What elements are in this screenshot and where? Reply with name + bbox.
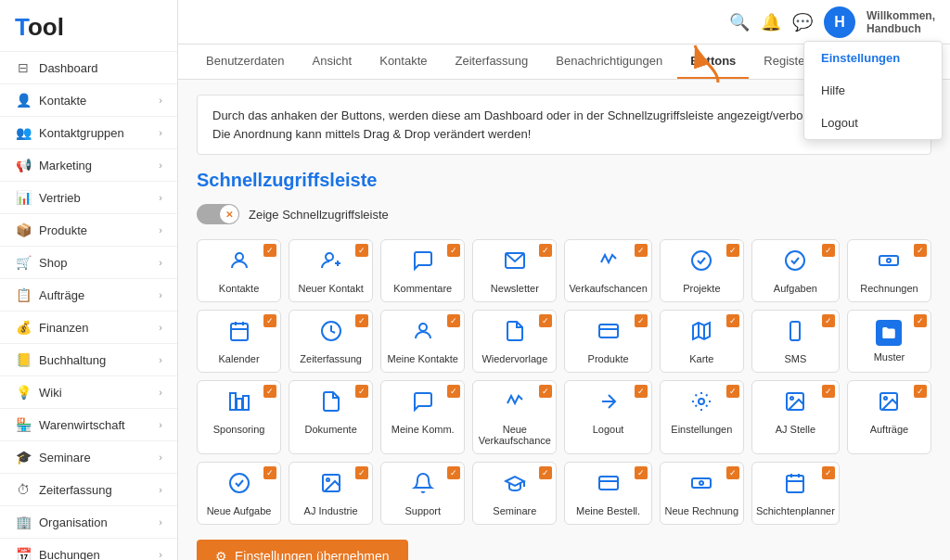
button-item-verkaufschancen[interactable]: ✓ Verkaufschancen [564,239,651,302]
button-item-rechnungen[interactable]: ✓ Rechnungen [847,239,931,302]
check-badge-auftraege: ✓ [914,385,927,398]
dropdown-menu: Einstellungen Hilfe Logout [803,41,943,140]
check-badge-sponsoring: ✓ [263,385,276,398]
sidebar-item-marketing[interactable]: 📢 Marketing › [0,149,177,182]
sidebar-icon-zeiterfassung: ⏱ [15,482,32,497]
button-item-karte[interactable]: ✓ Karte [660,310,744,373]
button-label-sms: SMS [784,353,806,364]
button-item-auftraege[interactable]: ✓ Aufträge [847,380,931,454]
chevron-icon-marketing: › [159,159,162,171]
check-badge-dokumente: ✓ [355,385,368,398]
button-item-neue-aufgabe[interactable]: ✓ Neue Aufgabe [197,462,281,525]
chevron-icon-shop: › [159,257,162,268]
button-label-aufgaben: Aufgaben [774,283,817,294]
button-item-newsletter[interactable]: ✓ Newsletter [472,239,557,302]
toggle-switch[interactable]: ✕ [197,204,239,224]
button-item-neuer-kontakt[interactable]: ✓ Neuer Kontakt [289,239,373,302]
sidebar-item-finanzen[interactable]: 💰 Finanzen › [0,312,177,344]
button-item-produkte[interactable]: ✓ Produkte [564,310,651,373]
sidebar-item-shop[interactable]: 🛒 Shop › [0,247,177,279]
button-item-support[interactable]: ✓ Support [380,462,465,525]
button-item-kontakte[interactable]: ✓ Kontakte [197,239,281,302]
button-item-einstellungen[interactable]: ✓ Einstellungen [660,380,744,454]
check-badge-kalender: ✓ [263,314,276,327]
button-item-seminare[interactable]: ✓ Seminare [472,462,557,525]
button-item-sponsoring[interactable]: ✓ Sponsoring [197,380,281,454]
sidebar-item-dashboard[interactable]: ⊟ Dashboard [0,52,177,84]
avatar[interactable]: H [824,6,855,38]
sidebar-item-produkte[interactable]: 📦 Produkte › [0,214,177,247]
button-item-aufgaben[interactable]: ✓ Aufgaben [751,239,840,302]
sidebar-item-vertrieb[interactable]: 📊 Vertrieb › [0,182,177,214]
sidebar-label-dashboard: Dashboard [39,61,98,75]
button-item-meine-komm[interactable]: ✓ Meine Komm. [380,380,465,454]
welcome-text: Willkommen, [867,9,935,22]
button-item-aj-stelle[interactable]: ✓ AJ Stelle [751,380,840,454]
sidebar-item-zeiterfassung[interactable]: ⏱ Zeiterfassung › [0,474,177,506]
check-badge-neuer-kontakt: ✓ [355,244,368,257]
bell-icon[interactable]: 🔔 [761,12,781,32]
sidebar-item-warenwirtschaft[interactable]: 🏪 Warenwirtschaft › [0,409,177,441]
chat-icon[interactable]: 💬 [792,12,813,32]
button-icon-sponsoring [228,390,250,418]
dropdown-hilfe[interactable]: Hilfe [804,74,942,107]
sidebar-label-produkte: Produkte [39,223,87,237]
button-icon-wiedervorlage [504,320,526,348]
buttons-grid: ✓ Kontakte ✓ Neuer Kontakt ✓ Kommentare … [197,239,931,525]
button-item-kommentare[interactable]: ✓ Kommentare [380,239,465,302]
button-label-kalender: Kalender [219,353,260,364]
button-label-neue-aufgabe: Neue Aufgabe [207,505,272,516]
tab-zeiterfassung[interactable]: Zeiterfassung [443,45,542,79]
search-icon[interactable]: 🔍 [729,12,750,32]
button-item-neue-rechnung[interactable]: ✓ Neue Rechnung [660,462,744,525]
tab-kontakte[interactable]: Kontakte [366,45,440,79]
button-item-meine-bestell[interactable]: ✓ Meine Bestell. [564,462,651,525]
button-item-neue-verkaufschance[interactable]: ✓ Neue Verkaufschance [472,380,557,454]
button-item-aj-industrie[interactable]: ✓ AJ Industrie [289,462,373,525]
sidebar-item-seminare[interactable]: 🎓 Seminare › [0,441,177,474]
sidebar-label-vertrieb: Vertrieb [39,191,81,205]
check-badge-seminare: ✓ [539,466,552,479]
button-icon-newsletter [504,249,526,277]
button-item-zeiterfassung[interactable]: ✓ Zeiterfassung [289,310,373,373]
button-label-karte: Karte [689,353,713,364]
button-item-dokumente[interactable]: ✓ Dokumente [289,380,373,454]
sidebar-item-kontaktgruppen[interactable]: 👥 Kontaktgruppen › [0,117,177,149]
sidebar-label-shop: Shop [39,256,67,270]
button-item-schichtenplanner[interactable]: ✓ Schichtenplanner [751,462,840,525]
header-user[interactable]: Willkommen, Handbuch [867,9,935,35]
tab-ansicht[interactable]: Ansicht [300,45,366,79]
sidebar-label-zeiterfassung: Zeiterfassung [39,483,112,497]
sidebar-item-buchhaltung[interactable]: 📒 Buchhaltung › [0,344,177,376]
button-item-wiedervorlage[interactable]: ✓ Wiedervorlage [472,310,557,373]
sidebar-item-organisation[interactable]: 🏢 Organisation › [0,506,177,539]
button-label-seminare: Seminare [493,505,536,516]
sidebar-item-kontakte[interactable]: 👤 Kontakte › [0,84,177,117]
button-item-muster[interactable]: ✓ Muster [847,310,931,373]
tab-benachrichtigungen[interactable]: Benachrichtigungen [543,45,675,79]
button-item-sms[interactable]: ✓ SMS [751,310,840,373]
sidebar-label-buchungen: Buchungen [39,548,100,561]
svg-rect-21 [243,396,249,410]
dropdown-logout[interactable]: Logout [804,107,942,139]
sidebar-item-wiki[interactable]: 💡 Wiki › [0,376,177,409]
tab-benutzerdaten[interactable]: Benutzerdaten [193,45,298,79]
button-icon-auftraege [878,390,900,418]
button-item-logout[interactable]: ✓ Logout [564,380,651,454]
toggle-knob: ✕ [220,205,238,223]
sidebar-item-buchungen[interactable]: 📅 Buchungen › [0,539,177,560]
button-icon-rechnungen [878,249,900,277]
check-badge-produkte: ✓ [635,314,648,327]
button-icon-neue-aufgabe [228,472,250,500]
dropdown-einstellungen[interactable]: Einstellungen [804,42,942,74]
button-item-kalender[interactable]: ✓ Kalender [197,310,281,373]
button-item-meine-kontakte[interactable]: ✓ Meine Kontakte [380,310,465,373]
check-badge-meine-kontakte: ✓ [447,314,460,327]
sidebar-item-auftraege[interactable]: 📋 Aufträge › [0,279,177,312]
button-item-projekte[interactable]: ✓ Projekte [660,239,744,302]
check-badge-muster: ✓ [914,314,927,327]
save-button[interactable]: ⚙ Einstellungen übernehmen [197,540,408,560]
svg-point-6 [887,259,891,262]
button-label-support: Support [404,505,441,516]
button-label-aj-stelle: AJ Stelle [776,424,815,435]
